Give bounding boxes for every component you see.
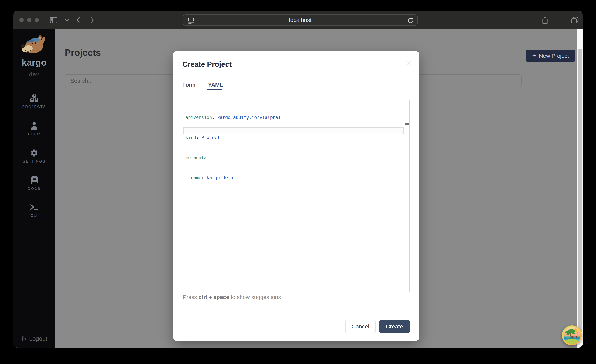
active-line-highlight (183, 127, 404, 134)
browser-window: localhost Projects + New Project (13, 11, 583, 348)
logout-icon (21, 336, 27, 342)
sidebar: kargo dev PROJECTS USE (13, 29, 55, 348)
editor-ruler-line (404, 100, 404, 292)
zoom-window-button[interactable] (35, 18, 39, 22)
sidebar-item-cli[interactable]: CLI (13, 203, 55, 225)
new-tab-plus-icon[interactable] (555, 11, 565, 29)
url-text: localhost (183, 17, 417, 23)
palm-island-icon (562, 325, 582, 345)
sidebar-item-docs[interactable]: DOCS (13, 176, 55, 197)
forward-icon[interactable] (88, 11, 97, 29)
back-icon[interactable] (74, 11, 82, 29)
tab-yaml[interactable]: YAML (208, 82, 223, 88)
page-scrollbar-track[interactable] (577, 29, 583, 348)
sidebar-item-label: SETTINGS (23, 159, 45, 163)
page-title: Projects (65, 47, 101, 58)
modal-title: Create Project (182, 60, 232, 68)
gear-icon (30, 149, 39, 157)
terminal-icon (30, 203, 39, 212)
sidebar-item-label: CLI (30, 214, 38, 218)
sidebar-item-label: USER (28, 132, 40, 136)
logout-button[interactable]: Logout (13, 335, 55, 342)
minimize-window-button[interactable] (27, 18, 31, 22)
toolbar-divider (61, 16, 61, 24)
text-cursor (184, 121, 184, 127)
cancel-button[interactable]: Cancel (345, 320, 376, 334)
editor-hint: Press ctrl + space to show suggestions (183, 294, 281, 300)
sidebar-item-label: DOCS (28, 186, 41, 191)
kargo-logo: kargo dev (13, 34, 55, 78)
tab-overview-icon[interactable] (569, 11, 580, 29)
sidebar-item-label: PROJECTS (22, 105, 46, 109)
book-icon (30, 176, 39, 185)
chevron-down-icon[interactable] (63, 11, 71, 29)
plus-icon: + (532, 52, 536, 59)
kangaroo-logo-icon (20, 34, 49, 56)
sidebar-item-settings[interactable]: SETTINGS (13, 149, 55, 170)
page-scrollbar-thumb[interactable] (578, 49, 582, 333)
boxes-icon (30, 94, 39, 103)
key-combo: ctrl + space (199, 294, 229, 300)
active-tab-underline (207, 89, 222, 90)
user-icon (30, 121, 39, 130)
tropical-island-badge[interactable] (562, 325, 582, 345)
sidebar-item-projects[interactable]: PROJECTS (13, 94, 55, 115)
modal-close-button[interactable] (405, 59, 413, 67)
env-label: dev (13, 71, 55, 78)
url-bar[interactable]: localhost (183, 14, 418, 26)
yaml-editor[interactable]: apiVersion: kargo.akuity.io/v1alpha1 kin… (183, 100, 410, 292)
scrollbar-cursor-marker (405, 123, 410, 125)
new-project-label: New Project (539, 53, 569, 59)
browser-toolbar: localhost (13, 11, 583, 29)
sidebar-item-user[interactable]: USER (13, 121, 55, 143)
kargo-wordmark: kargo (13, 57, 55, 68)
create-button[interactable]: Create (379, 320, 410, 334)
code-line: apiVersion: kargo.akuity.io/v1alpha1 (186, 114, 281, 121)
tab-form[interactable]: Form (182, 82, 195, 88)
sidebar-toggle-icon[interactable] (49, 11, 59, 29)
close-window-button[interactable] (20, 18, 24, 22)
share-icon[interactable] (540, 11, 550, 29)
code-line: kind: Project (186, 134, 281, 141)
reload-icon[interactable] (408, 18, 414, 24)
create-project-modal: Create Project Form YAML apiVersion: kar… (173, 51, 419, 341)
logout-label: Logout (29, 335, 47, 342)
code-line: metadata: (186, 154, 281, 161)
new-project-button[interactable]: + New Project (526, 50, 575, 62)
close-icon (406, 60, 412, 66)
yaml-code: apiVersion: kargo.akuity.io/v1alpha1 kin… (186, 101, 281, 194)
code-line: name: kargo-demo (186, 174, 281, 181)
